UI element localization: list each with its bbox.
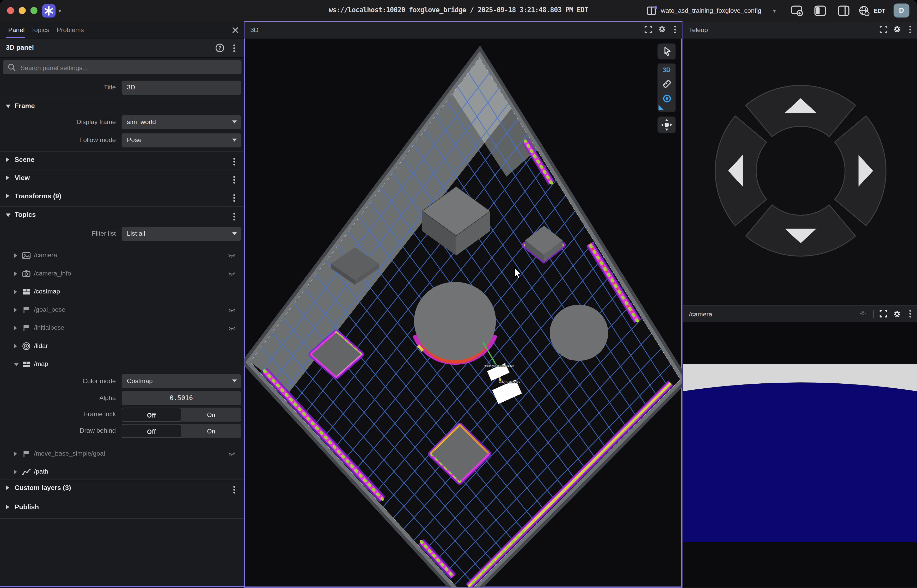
section-frame[interactable]: Frame — [6, 102, 239, 113]
eye-closed-icon[interactable] — [228, 306, 236, 314]
fullscreen-icon[interactable] — [880, 310, 887, 317]
filter-list-value: List all — [127, 230, 145, 237]
frame-lock-on-button[interactable]: On — [181, 408, 241, 422]
section-scene-label: Scene — [15, 156, 34, 163]
gear-icon[interactable] — [893, 25, 901, 33]
draw-behind-on-button[interactable]: On — [181, 424, 241, 438]
chevron-right-icon[interactable] — [14, 470, 17, 474]
search-input[interactable] — [19, 60, 238, 75]
panel-kebab[interactable] — [909, 313, 911, 315]
chevron-right-icon[interactable] — [14, 451, 17, 456]
section-topics[interactable]: Topics — [6, 211, 239, 221]
section-menu-kebab[interactable] — [233, 489, 235, 491]
display-frame-select[interactable]: sim_world — [122, 115, 241, 129]
tab-panel[interactable]: Panel — [8, 26, 24, 33]
selection-tool-button[interactable] — [658, 44, 675, 59]
3d-panel-header[interactable]: 3D — [244, 22, 682, 39]
timezone-globe-icon[interactable] — [859, 5, 870, 17]
filter-list-select[interactable]: List all — [122, 227, 241, 241]
draw-behind-off-button[interactable]: Off — [122, 424, 181, 438]
panel-kebab[interactable] — [674, 28, 676, 30]
section-transforms[interactable]: Transforms (9) — [6, 192, 239, 203]
camera-panel[interactable]: /camera — [683, 305, 917, 587]
topic-row-camera[interactable]: /camera — [0, 248, 244, 263]
frame-lock-off-button[interactable]: Off — [122, 408, 181, 422]
chevron-right-icon[interactable] — [14, 253, 17, 258]
section-custom-layers[interactable]: Custom layers (3) — [6, 484, 239, 495]
panel-menu-kebab[interactable] — [233, 47, 235, 49]
draw-behind-label: Draw behind — [5, 427, 116, 434]
camera-panel-header[interactable]: /camera — [683, 305, 917, 323]
section-menu-kebab[interactable] — [233, 161, 235, 163]
3d-mode-button[interactable]: 3D — [658, 66, 675, 73]
gear-icon[interactable] — [893, 310, 901, 318]
chevron-right-icon[interactable] — [14, 326, 17, 331]
fullscreen-icon[interactable] — [880, 26, 887, 33]
tab-problems[interactable]: Problems — [57, 26, 84, 33]
topic-row-goal-pose[interactable]: /goal_pose — [0, 302, 244, 317]
eye-closed-icon[interactable] — [228, 252, 236, 260]
eye-closed-icon[interactable] — [228, 270, 236, 278]
layout-chevron-icon[interactable]: ▾ — [773, 8, 776, 14]
timezone-label[interactable]: EDT — [874, 8, 885, 14]
draw-behind-toggle: Off On — [122, 424, 241, 438]
chevron-right-icon[interactable] — [14, 289, 17, 294]
section-menu-kebab[interactable] — [233, 216, 235, 218]
publish-point-icon[interactable] — [663, 94, 672, 103]
topic-row-lidar[interactable]: /lidar — [0, 339, 244, 354]
3d-panel[interactable]: 3D — [244, 22, 682, 587]
chevron-down-icon[interactable] — [14, 363, 19, 366]
topic-label: /goal_pose — [34, 306, 65, 313]
left-sidebar-toggle-icon[interactable] — [814, 5, 826, 16]
close-icon[interactable] — [231, 26, 239, 34]
pan-zoom-icon[interactable] — [859, 309, 867, 318]
add-panel-icon[interactable] — [791, 5, 803, 16]
topic-row-camera-info[interactable]: /camera_info — [0, 266, 244, 281]
search-panel-settings[interactable] — [3, 60, 241, 74]
pan-tool-button[interactable] — [658, 117, 675, 133]
chevron-right-icon[interactable] — [14, 271, 17, 276]
panel-settings-title: 3D panel — [6, 44, 34, 51]
alpha-input[interactable]: 0.5016 — [122, 391, 241, 405]
title-field[interactable]: 3D — [122, 81, 241, 95]
topic-row-costmap[interactable]: /costmap — [0, 284, 244, 299]
section-menu-kebab[interactable] — [233, 179, 235, 181]
topic-row-move-base-simple-goal[interactable]: /move_base_simple/goal — [0, 446, 244, 461]
color-mode-select[interactable]: Costmap — [122, 374, 241, 388]
gear-icon[interactable] — [658, 25, 666, 33]
follow-mode-select[interactable]: Pose — [122, 134, 241, 147]
obstacle-cylinder-large — [414, 282, 496, 361]
chevron-down-icon[interactable]: ▾ — [58, 8, 61, 14]
topic-row-map[interactable]: /map — [0, 357, 244, 372]
eye-closed-icon[interactable] — [228, 324, 236, 332]
avatar[interactable]: D — [894, 3, 909, 18]
topic-row-path[interactable]: /path — [0, 464, 244, 479]
foxglove-logo[interactable] — [42, 4, 56, 18]
zoom-window-button[interactable] — [31, 7, 37, 14]
section-menu-kebab[interactable] — [233, 197, 235, 199]
panel-kebab[interactable] — [909, 28, 911, 30]
flag-icon — [22, 449, 31, 459]
chevron-right-icon[interactable] — [14, 307, 17, 312]
divider — [0, 98, 244, 98]
topic-row-initialpose[interactable]: /initialpose — [0, 320, 244, 336]
help-icon[interactable]: ? — [215, 43, 225, 53]
right-sidebar-toggle-icon[interactable] — [838, 5, 850, 16]
tab-topics[interactable]: Topics — [31, 26, 49, 33]
ruler-icon[interactable] — [662, 79, 672, 89]
section-publish[interactable]: Publish — [6, 504, 239, 514]
close-window-button[interactable] — [7, 7, 14, 14]
layout-icon — [647, 6, 657, 16]
selection-outline — [0, 586, 244, 587]
eye-closed-icon[interactable] — [228, 450, 236, 458]
teleop-panel[interactable]: Teleop — [683, 22, 917, 305]
teleop-panel-header[interactable]: Teleop — [683, 22, 917, 39]
layout-name[interactable]: wato_asd_training_foxglove_config — [661, 7, 761, 14]
fullscreen-icon[interactable] — [644, 26, 652, 33]
3d-scene-canvas[interactable]: robot/chassis/lidar robot/chassis — [244, 39, 682, 587]
chevron-right-icon[interactable] — [14, 344, 17, 349]
color-mode-label: Color mode — [5, 377, 116, 384]
section-scene[interactable]: Scene — [6, 156, 239, 166]
section-view[interactable]: View — [6, 174, 239, 185]
minimize-window-button[interactable] — [19, 7, 26, 14]
